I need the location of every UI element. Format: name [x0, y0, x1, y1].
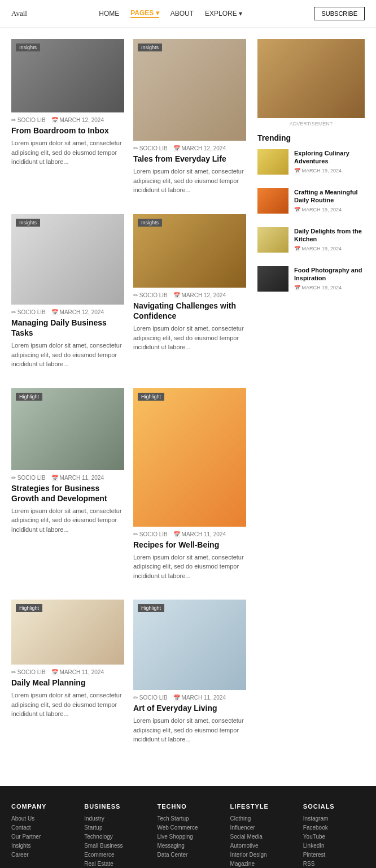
card-meta: ✏ SOCIO LIB 📅 MARCH 11, 2024	[133, 531, 246, 537]
article-card: Insights ✏ SOCIO LIB 📅 MARCH 12, 2024 Ta…	[133, 39, 246, 195]
article-card: Highlight ✏ SOCIO LIB 📅 MARCH 11, 2024 A…	[133, 600, 246, 744]
footer-link[interactable]: Our Partner	[11, 834, 73, 840]
nav-pages[interactable]: PAGES ▾	[130, 9, 159, 18]
trending-item: Food Photography and Inspiration 📅 MARCH…	[257, 266, 365, 298]
footer-link[interactable]: Clothing	[230, 815, 292, 822]
footer-link[interactable]: Small Business	[84, 843, 146, 849]
trending-item-text: Food Photography and Inspiration 📅 MARCH…	[294, 266, 365, 290]
trending-item-title[interactable]: Exploring Culinary Adventures	[294, 149, 365, 166]
article-image: Insights	[133, 214, 246, 288]
footer-link-instagram[interactable]: Instagram	[303, 815, 365, 822]
footer-link[interactable]: Automotive	[230, 843, 292, 849]
footer-link[interactable]: Contact	[11, 824, 73, 831]
article-title[interactable]: Strategies for Business Growth and Devel…	[11, 483, 124, 504]
article-badge: Highlight	[16, 604, 42, 612]
article-title[interactable]: Tales from Everyday Life	[133, 154, 246, 164]
article-title[interactable]: Daily Meal Planning	[11, 678, 124, 688]
article-author: ✏ SOCIO LIB	[11, 309, 46, 315]
article-author: ✏ SOCIO LIB	[133, 695, 168, 701]
article-image: Insights	[133, 39, 246, 141]
article-date: 📅 MARCH 11, 2024	[173, 695, 226, 701]
article-badge: Highlight	[138, 604, 164, 612]
nav-about[interactable]: ABOUT	[170, 10, 194, 18]
footer-link-linkedin[interactable]: LinkedIn	[303, 843, 365, 849]
footer-link[interactable]: Interior Design	[230, 852, 292, 858]
article-excerpt: Lorem ipsum dolor sit amet, consectetur …	[11, 506, 124, 535]
footer-link[interactable]: Real Estate	[84, 861, 146, 867]
trending-item-title[interactable]: Crafting a Meaningful Daily Routine	[294, 188, 365, 205]
article-badge: Insights	[16, 219, 40, 227]
footer-link-youtube[interactable]: YouTube	[303, 834, 365, 840]
footer-col-techno: TECHNO Tech Startup Web Commerce Live Sh…	[157, 803, 218, 868]
article-image: Highlight	[11, 600, 124, 665]
article-card: Insights ✏ SOCIO LIB 📅 MARCH 12, 2024 Na…	[133, 214, 246, 369]
trending-item-title[interactable]: Food Photography and Inspiration	[294, 266, 365, 283]
footer-link[interactable]: Social Media	[230, 834, 292, 840]
article-excerpt: Lorem ipsum dolor sit amet, consectetur …	[11, 691, 124, 719]
footer: COMPANY About Us Contact Our Partner Ins…	[0, 786, 376, 868]
card-meta: ✏ SOCIO LIB 📅 MARCH 11, 2024	[133, 695, 246, 701]
nav-explore[interactable]: EXPLORE ▾	[205, 10, 242, 18]
article-badge: Insights	[138, 44, 162, 51]
trending-item-text: Exploring Culinary Adventures 📅 MARCH 19…	[294, 149, 365, 173]
footer-heading-socials: SOCIALS	[303, 803, 365, 810]
articles-column: Insights ✏ SOCIO LIB 📅 MARCH 12, 2024 Fr…	[11, 39, 246, 763]
article-date: 📅 MARCH 12, 2024	[173, 145, 226, 151]
footer-columns: COMPANY About Us Contact Our Partner Ins…	[11, 803, 365, 868]
subscribe-button[interactable]: SUBSCRIBE	[314, 7, 365, 20]
trending-item-image	[257, 227, 288, 253]
article-card: Insights ✏ SOCIO LIB 📅 MARCH 12, 2024 Ma…	[11, 214, 124, 369]
nav-home[interactable]: HOME	[99, 10, 119, 18]
trending-item-title[interactable]: Daily Delights from the Kitchen	[294, 227, 365, 244]
footer-link[interactable]: Live Shopping	[157, 834, 218, 840]
article-image: Insights	[11, 214, 124, 305]
article-date: 📅 MARCH 11, 2024	[173, 531, 226, 537]
article-author: ✏ SOCIO LIB	[133, 145, 168, 151]
article-title[interactable]: Recipes for Well-Being	[133, 540, 246, 550]
article-author: ✏ SOCIO LIB	[133, 531, 168, 537]
article-author: ✏ SOCIO LIB	[133, 292, 168, 298]
trending-item-text: Crafting a Meaningful Daily Routine 📅 MA…	[294, 188, 365, 212]
footer-link[interactable]: Ecommerce	[84, 852, 146, 858]
footer-link[interactable]: Technology	[84, 834, 146, 840]
article-date: 📅 MARCH 12, 2024	[51, 309, 104, 315]
footer-link[interactable]: Industry	[84, 815, 146, 822]
trending-item-date: 📅 MARCH 19, 2024	[294, 246, 365, 251]
footer-link[interactable]: Career	[11, 852, 73, 858]
article-image: Insights	[11, 39, 124, 112]
footer-link-pinterest[interactable]: Pinterest	[303, 852, 365, 858]
footer-link[interactable]: Influencer	[230, 824, 292, 831]
footer-link[interactable]: Data Center	[157, 852, 218, 858]
article-author: ✏ SOCIO LIB	[11, 475, 46, 481]
article-excerpt: Lorem ipsum dolor sit amet, consectetur …	[133, 553, 246, 581]
article-title[interactable]: From Boardroom to Inbox	[11, 125, 124, 136]
article-date: 📅 MARCH 11, 2024	[51, 475, 104, 481]
trending-item: Daily Delights from the Kitchen 📅 MARCH …	[257, 227, 365, 259]
article-title[interactable]: Art of Everyday Living	[133, 703, 246, 713]
trending-item-date: 📅 MARCH 19, 2024	[294, 207, 365, 212]
footer-heading-company: COMPANY	[11, 803, 73, 810]
footer-link[interactable]: Messaging	[157, 843, 218, 849]
article-card: Insights ✏ SOCIO LIB 📅 MARCH 12, 2024 Fr…	[11, 39, 124, 195]
footer-link[interactable]: Insights	[11, 843, 73, 849]
footer-link[interactable]: Tech Startup	[157, 815, 218, 822]
footer-link-rss[interactable]: RSS	[303, 861, 365, 867]
article-excerpt: Lorem ipsum dolor sit amet, consectetur …	[133, 324, 246, 352]
article-title[interactable]: Navigating Challenges with Confidence	[133, 301, 246, 321]
trending-item-date: 📅 MARCH 19, 2024	[294, 285, 365, 290]
card-meta: ✏ SOCIO LIB 📅 MARCH 11, 2024	[11, 669, 124, 675]
footer-link-facebook[interactable]: Facebook	[303, 824, 365, 831]
nav-logo: Avail	[11, 9, 27, 18]
footer-link[interactable]: Startup	[84, 824, 146, 831]
footer-link[interactable]: Web Commerce	[157, 824, 218, 831]
article-excerpt: Lorem ipsum dolor sit amet, consectetur …	[133, 167, 246, 195]
footer-link[interactable]: Magazine	[230, 861, 292, 867]
trending-item: Exploring Culinary Adventures 📅 MARCH 19…	[257, 149, 365, 181]
card-meta: ✏ SOCIO LIB 📅 MARCH 12, 2024	[133, 145, 246, 151]
trending-item-image	[257, 188, 288, 214]
article-image: Highlight	[133, 388, 246, 527]
article-excerpt: Lorem ipsum dolor sit amet, consectetur …	[11, 341, 124, 369]
footer-link[interactable]: About Us	[11, 815, 73, 822]
card-meta: ✏ SOCIO LIB 📅 MARCH 12, 2024	[11, 117, 124, 123]
article-title[interactable]: Managing Daily Business Tasks	[11, 318, 124, 338]
